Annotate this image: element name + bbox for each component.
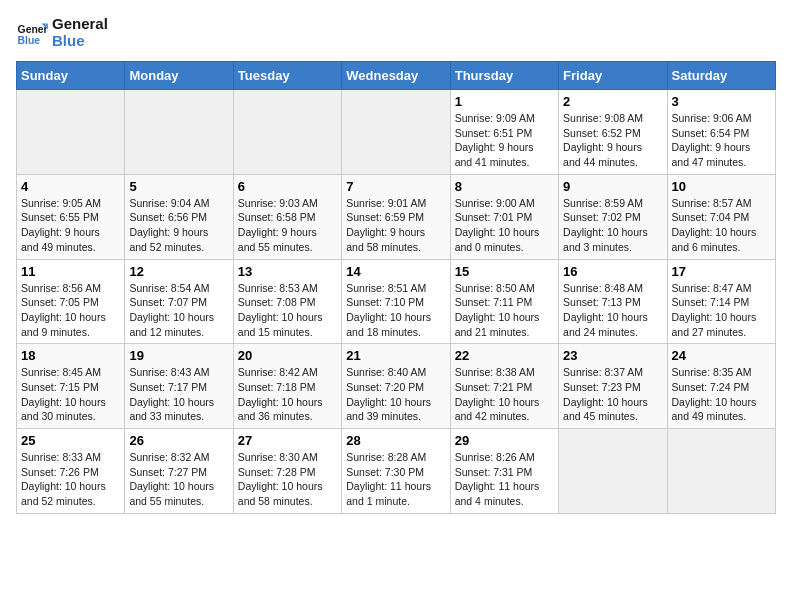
day-number: 17 bbox=[672, 264, 771, 279]
logo-blue-text: Blue bbox=[52, 33, 108, 50]
calendar-cell: 16Sunrise: 8:48 AM Sunset: 7:13 PM Dayli… bbox=[559, 259, 667, 344]
day-info: Sunrise: 8:47 AM Sunset: 7:14 PM Dayligh… bbox=[672, 281, 771, 340]
calendar-cell: 29Sunrise: 8:26 AM Sunset: 7:31 PM Dayli… bbox=[450, 429, 558, 514]
calendar-cell: 17Sunrise: 8:47 AM Sunset: 7:14 PM Dayli… bbox=[667, 259, 775, 344]
day-info: Sunrise: 8:51 AM Sunset: 7:10 PM Dayligh… bbox=[346, 281, 445, 340]
day-info: Sunrise: 8:57 AM Sunset: 7:04 PM Dayligh… bbox=[672, 196, 771, 255]
calendar-cell: 9Sunrise: 8:59 AM Sunset: 7:02 PM Daylig… bbox=[559, 174, 667, 259]
logo-icon: General Blue bbox=[16, 17, 48, 49]
day-info: Sunrise: 8:42 AM Sunset: 7:18 PM Dayligh… bbox=[238, 365, 337, 424]
day-info: Sunrise: 8:54 AM Sunset: 7:07 PM Dayligh… bbox=[129, 281, 228, 340]
day-number: 16 bbox=[563, 264, 662, 279]
weekday-header-friday: Friday bbox=[559, 62, 667, 90]
logo-general-text: General bbox=[52, 16, 108, 33]
calendar-cell: 1Sunrise: 9:09 AM Sunset: 6:51 PM Daylig… bbox=[450, 90, 558, 175]
day-number: 20 bbox=[238, 348, 337, 363]
day-number: 6 bbox=[238, 179, 337, 194]
logo: General Blue General Blue bbox=[16, 16, 108, 49]
day-info: Sunrise: 9:09 AM Sunset: 6:51 PM Dayligh… bbox=[455, 111, 554, 170]
calendar-cell bbox=[17, 90, 125, 175]
calendar-cell: 20Sunrise: 8:42 AM Sunset: 7:18 PM Dayli… bbox=[233, 344, 341, 429]
calendar-week-5: 25Sunrise: 8:33 AM Sunset: 7:26 PM Dayli… bbox=[17, 429, 776, 514]
day-number: 3 bbox=[672, 94, 771, 109]
day-number: 27 bbox=[238, 433, 337, 448]
day-number: 10 bbox=[672, 179, 771, 194]
day-info: Sunrise: 8:43 AM Sunset: 7:17 PM Dayligh… bbox=[129, 365, 228, 424]
day-info: Sunrise: 8:33 AM Sunset: 7:26 PM Dayligh… bbox=[21, 450, 120, 509]
day-info: Sunrise: 9:08 AM Sunset: 6:52 PM Dayligh… bbox=[563, 111, 662, 170]
calendar-cell: 13Sunrise: 8:53 AM Sunset: 7:08 PM Dayli… bbox=[233, 259, 341, 344]
day-number: 1 bbox=[455, 94, 554, 109]
day-info: Sunrise: 9:03 AM Sunset: 6:58 PM Dayligh… bbox=[238, 196, 337, 255]
day-number: 23 bbox=[563, 348, 662, 363]
calendar-week-3: 11Sunrise: 8:56 AM Sunset: 7:05 PM Dayli… bbox=[17, 259, 776, 344]
day-info: Sunrise: 8:48 AM Sunset: 7:13 PM Dayligh… bbox=[563, 281, 662, 340]
day-number: 9 bbox=[563, 179, 662, 194]
day-number: 8 bbox=[455, 179, 554, 194]
day-number: 7 bbox=[346, 179, 445, 194]
day-info: Sunrise: 8:37 AM Sunset: 7:23 PM Dayligh… bbox=[563, 365, 662, 424]
day-info: Sunrise: 8:26 AM Sunset: 7:31 PM Dayligh… bbox=[455, 450, 554, 509]
day-number: 15 bbox=[455, 264, 554, 279]
calendar-cell: 22Sunrise: 8:38 AM Sunset: 7:21 PM Dayli… bbox=[450, 344, 558, 429]
day-info: Sunrise: 8:38 AM Sunset: 7:21 PM Dayligh… bbox=[455, 365, 554, 424]
day-number: 12 bbox=[129, 264, 228, 279]
calendar-cell: 23Sunrise: 8:37 AM Sunset: 7:23 PM Dayli… bbox=[559, 344, 667, 429]
day-info: Sunrise: 8:56 AM Sunset: 7:05 PM Dayligh… bbox=[21, 281, 120, 340]
day-info: Sunrise: 8:53 AM Sunset: 7:08 PM Dayligh… bbox=[238, 281, 337, 340]
day-number: 14 bbox=[346, 264, 445, 279]
day-info: Sunrise: 8:45 AM Sunset: 7:15 PM Dayligh… bbox=[21, 365, 120, 424]
day-info: Sunrise: 8:30 AM Sunset: 7:28 PM Dayligh… bbox=[238, 450, 337, 509]
calendar-cell: 11Sunrise: 8:56 AM Sunset: 7:05 PM Dayli… bbox=[17, 259, 125, 344]
day-number: 18 bbox=[21, 348, 120, 363]
day-number: 22 bbox=[455, 348, 554, 363]
calendar-cell: 5Sunrise: 9:04 AM Sunset: 6:56 PM Daylig… bbox=[125, 174, 233, 259]
weekday-header-tuesday: Tuesday bbox=[233, 62, 341, 90]
calendar-week-1: 1Sunrise: 9:09 AM Sunset: 6:51 PM Daylig… bbox=[17, 90, 776, 175]
calendar-cell: 7Sunrise: 9:01 AM Sunset: 6:59 PM Daylig… bbox=[342, 174, 450, 259]
calendar-cell bbox=[125, 90, 233, 175]
day-info: Sunrise: 9:00 AM Sunset: 7:01 PM Dayligh… bbox=[455, 196, 554, 255]
calendar-week-4: 18Sunrise: 8:45 AM Sunset: 7:15 PM Dayli… bbox=[17, 344, 776, 429]
weekday-header-wednesday: Wednesday bbox=[342, 62, 450, 90]
calendar-cell: 12Sunrise: 8:54 AM Sunset: 7:07 PM Dayli… bbox=[125, 259, 233, 344]
day-number: 24 bbox=[672, 348, 771, 363]
day-info: Sunrise: 8:50 AM Sunset: 7:11 PM Dayligh… bbox=[455, 281, 554, 340]
calendar-header-row: SundayMondayTuesdayWednesdayThursdayFrid… bbox=[17, 62, 776, 90]
calendar-cell bbox=[233, 90, 341, 175]
calendar-week-2: 4Sunrise: 9:05 AM Sunset: 6:55 PM Daylig… bbox=[17, 174, 776, 259]
day-info: Sunrise: 8:32 AM Sunset: 7:27 PM Dayligh… bbox=[129, 450, 228, 509]
day-info: Sunrise: 9:06 AM Sunset: 6:54 PM Dayligh… bbox=[672, 111, 771, 170]
calendar-cell: 4Sunrise: 9:05 AM Sunset: 6:55 PM Daylig… bbox=[17, 174, 125, 259]
day-info: Sunrise: 8:40 AM Sunset: 7:20 PM Dayligh… bbox=[346, 365, 445, 424]
day-number: 28 bbox=[346, 433, 445, 448]
day-number: 26 bbox=[129, 433, 228, 448]
weekday-header-thursday: Thursday bbox=[450, 62, 558, 90]
day-info: Sunrise: 8:59 AM Sunset: 7:02 PM Dayligh… bbox=[563, 196, 662, 255]
day-info: Sunrise: 9:05 AM Sunset: 6:55 PM Dayligh… bbox=[21, 196, 120, 255]
calendar-cell: 6Sunrise: 9:03 AM Sunset: 6:58 PM Daylig… bbox=[233, 174, 341, 259]
weekday-header-monday: Monday bbox=[125, 62, 233, 90]
calendar-cell: 28Sunrise: 8:28 AM Sunset: 7:30 PM Dayli… bbox=[342, 429, 450, 514]
day-number: 25 bbox=[21, 433, 120, 448]
day-number: 21 bbox=[346, 348, 445, 363]
calendar-cell: 26Sunrise: 8:32 AM Sunset: 7:27 PM Dayli… bbox=[125, 429, 233, 514]
calendar-cell: 21Sunrise: 8:40 AM Sunset: 7:20 PM Dayli… bbox=[342, 344, 450, 429]
page-header: General Blue General Blue bbox=[16, 16, 776, 49]
calendar-cell: 25Sunrise: 8:33 AM Sunset: 7:26 PM Dayli… bbox=[17, 429, 125, 514]
day-number: 11 bbox=[21, 264, 120, 279]
svg-text:General: General bbox=[18, 24, 48, 35]
day-number: 2 bbox=[563, 94, 662, 109]
calendar-cell: 14Sunrise: 8:51 AM Sunset: 7:10 PM Dayli… bbox=[342, 259, 450, 344]
day-info: Sunrise: 8:28 AM Sunset: 7:30 PM Dayligh… bbox=[346, 450, 445, 509]
calendar-cell bbox=[342, 90, 450, 175]
day-number: 29 bbox=[455, 433, 554, 448]
calendar-cell: 27Sunrise: 8:30 AM Sunset: 7:28 PM Dayli… bbox=[233, 429, 341, 514]
calendar-cell: 24Sunrise: 8:35 AM Sunset: 7:24 PM Dayli… bbox=[667, 344, 775, 429]
day-info: Sunrise: 9:04 AM Sunset: 6:56 PM Dayligh… bbox=[129, 196, 228, 255]
weekday-header-saturday: Saturday bbox=[667, 62, 775, 90]
calendar-cell bbox=[559, 429, 667, 514]
calendar-cell: 3Sunrise: 9:06 AM Sunset: 6:54 PM Daylig… bbox=[667, 90, 775, 175]
calendar-cell: 19Sunrise: 8:43 AM Sunset: 7:17 PM Dayli… bbox=[125, 344, 233, 429]
calendar-cell bbox=[667, 429, 775, 514]
